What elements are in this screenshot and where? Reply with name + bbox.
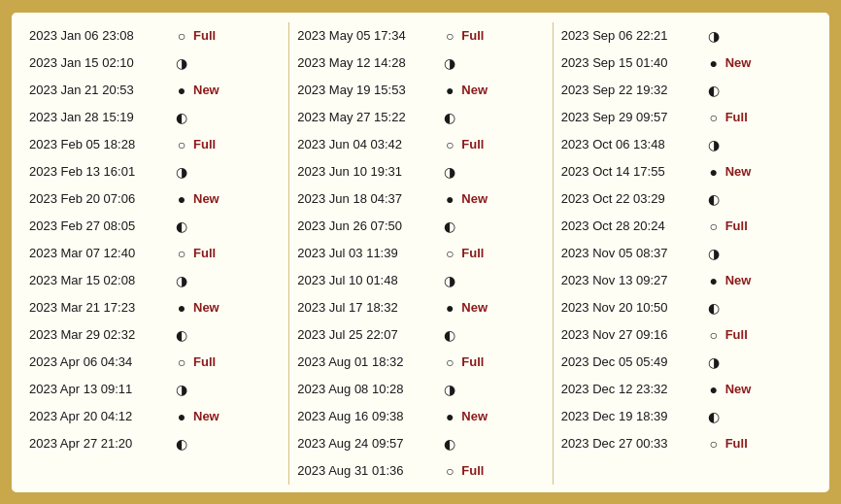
table-row: 2023 Dec 05 05:49◑: [561, 349, 812, 376]
phase-label: New: [461, 83, 488, 97]
table-row: 2023 Apr 06 04:34○Full: [29, 349, 285, 376]
date-cell: 2023 Jul 03 11:39: [297, 246, 441, 260]
table-row: 2023 Jun 26 07:50◐: [297, 213, 548, 240]
date-cell: 2023 Jun 18 04:37: [297, 191, 441, 206]
date-cell: 2023 Mar 15 02:08: [29, 273, 173, 287]
phase-icon: ●: [441, 300, 458, 316]
phase-icon: ●: [441, 83, 458, 98]
table-row: 2023 Oct 22 03:29◐: [561, 185, 812, 213]
phase-icon: ◑: [705, 137, 723, 152]
date-cell: 2023 Oct 28 20:24: [561, 218, 705, 233]
table-row: 2023 Aug 16 09:38●New: [297, 403, 548, 430]
phase-icon: ◑: [705, 28, 723, 44]
table-row: 2023 Nov 27 09:16○Full: [561, 321, 812, 349]
table-row: 2023 Jun 04 03:42○Full: [297, 131, 548, 158]
phase-label: Full: [461, 463, 484, 478]
table-row: 2023 Jan 28 15:19◐: [29, 104, 285, 131]
date-cell: 2023 Nov 27 09:16: [561, 327, 705, 342]
date-cell: 2023 Aug 31 01:36: [297, 463, 441, 478]
date-cell: 2023 Aug 08 10:28: [297, 382, 441, 396]
phase-icon: ◐: [173, 436, 190, 452]
phase-icon: ○: [705, 218, 723, 234]
phase-icon: ◐: [441, 327, 458, 343]
table-row: 2023 Oct 14 17:55●New: [561, 158, 812, 185]
phase-label: New: [725, 382, 752, 396]
phase-label: Full: [461, 354, 484, 369]
phase-label: Full: [193, 137, 216, 151]
phase-icon: ◑: [173, 273, 190, 288]
date-cell: 2023 Sep 06 22:21: [561, 28, 705, 43]
phase-icon: ◐: [441, 110, 458, 125]
table-row: 2023 Sep 29 09:57○Full: [561, 104, 812, 131]
phase-icon: ◑: [173, 382, 190, 397]
phase-label: Full: [725, 436, 748, 451]
phase-label: Full: [193, 354, 216, 369]
date-cell: 2023 May 12 14:28: [297, 55, 441, 70]
phase-label: New: [461, 191, 488, 206]
date-cell: 2023 Sep 15 01:40: [561, 55, 705, 70]
date-cell: 2023 Aug 01 18:32: [297, 354, 441, 369]
date-cell: 2023 Mar 29 02:32: [29, 327, 173, 342]
table-row: 2023 Aug 08 10:28◑: [297, 376, 548, 403]
phase-icon: ○: [173, 246, 190, 261]
table-row: 2023 Aug 24 09:57◐: [297, 430, 548, 457]
date-cell: 2023 Jan 06 23:08: [29, 28, 173, 43]
table-row: 2023 Feb 27 08:05◐: [29, 213, 285, 240]
phase-label: Full: [461, 28, 484, 43]
table-row: 2023 Jan 15 02:10◑: [29, 50, 285, 77]
date-cell: 2023 Apr 27 21:20: [29, 436, 173, 451]
phase-label: New: [193, 83, 219, 97]
date-cell: 2023 Jul 25 22:07: [297, 327, 441, 342]
table-row: 2023 Dec 27 00:33○Full: [561, 430, 812, 457]
table-row: 2023 Mar 21 17:23●New: [29, 294, 285, 321]
phase-icon: ◑: [705, 246, 723, 261]
date-cell: 2023 Sep 22 19:32: [561, 83, 705, 97]
table-row: 2023 Aug 01 18:32○Full: [297, 349, 548, 376]
table-row: 2023 May 05 17:34○Full: [297, 22, 548, 50]
table-row: 2023 Jan 21 20:53●New: [29, 77, 285, 104]
table-row: 2023 Dec 12 23:32●New: [561, 376, 812, 403]
table-row: 2023 Feb 05 18:28○Full: [29, 131, 285, 158]
date-cell: 2023 Jul 10 01:48: [297, 273, 441, 287]
table-row: 2023 May 19 15:53●New: [297, 77, 548, 104]
phase-icon: ○: [705, 436, 723, 452]
phase-icon: ○: [705, 327, 723, 343]
date-cell: 2023 Mar 07 12:40: [29, 246, 173, 260]
date-cell: 2023 Dec 27 00:33: [561, 436, 705, 451]
phase-icon: ◐: [705, 409, 723, 424]
date-cell: 2023 Jul 17 18:32: [297, 300, 441, 315]
table-row: 2023 Sep 22 19:32◐: [561, 77, 812, 104]
table-row: 2023 Apr 20 04:12●New: [29, 403, 285, 430]
phase-icon: ●: [705, 273, 723, 288]
date-cell: 2023 Dec 12 23:32: [561, 382, 705, 396]
date-cell: 2023 Mar 21 17:23: [29, 300, 173, 315]
date-cell: 2023 Aug 16 09:38: [297, 409, 441, 423]
date-cell: 2023 Feb 20 07:06: [29, 191, 173, 206]
table-row: 2023 Aug 31 01:36○Full: [297, 457, 548, 485]
date-cell: 2023 Nov 13 09:27: [561, 273, 705, 287]
phase-icon: ◐: [173, 110, 190, 125]
date-cell: 2023 Oct 22 03:29: [561, 191, 705, 206]
phase-label: New: [725, 273, 752, 287]
phase-icon: ◑: [441, 55, 458, 71]
phase-icon: ◑: [173, 55, 190, 71]
date-cell: 2023 Jun 04 03:42: [297, 137, 441, 151]
phase-label: Full: [725, 110, 748, 124]
table-row: 2023 Feb 13 16:01◑: [29, 158, 285, 185]
phase-label: Full: [725, 327, 748, 342]
phase-label: New: [725, 55, 752, 70]
date-cell: 2023 Feb 13 16:01: [29, 164, 173, 179]
table-row: 2023 Apr 13 09:11◑: [29, 376, 285, 403]
date-cell: 2023 Nov 05 08:37: [561, 246, 705, 260]
date-cell: 2023 May 19 15:53: [297, 83, 441, 97]
date-cell: 2023 Jan 15 02:10: [29, 55, 173, 70]
phase-icon: ●: [173, 191, 190, 207]
table-row: 2023 Mar 15 02:08◑: [29, 267, 285, 294]
date-cell: 2023 Feb 05 18:28: [29, 137, 173, 151]
phase-icon: ○: [441, 246, 458, 261]
phase-icon: ◐: [441, 218, 458, 234]
date-cell: 2023 Apr 06 04:34: [29, 354, 173, 369]
date-cell: 2023 Jun 26 07:50: [297, 218, 441, 233]
date-cell: 2023 Dec 05 05:49: [561, 354, 705, 369]
table-row: 2023 Jul 10 01:48◑: [297, 267, 548, 294]
